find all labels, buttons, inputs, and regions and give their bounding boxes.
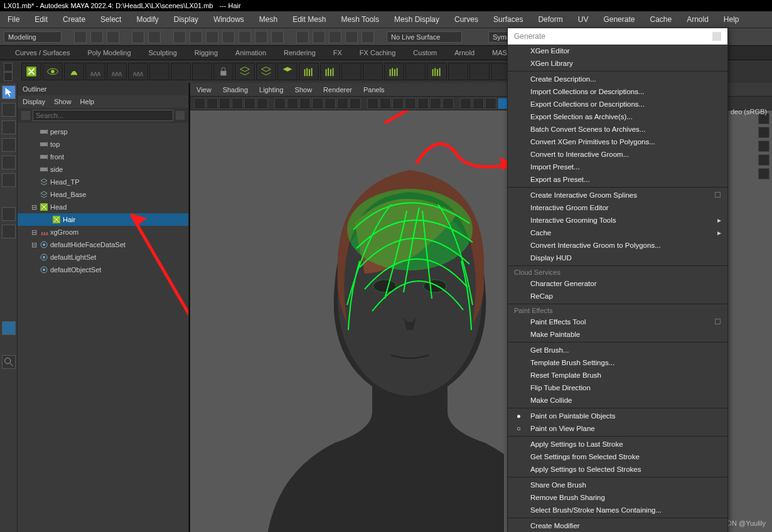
xgen-noise-icon[interactable] <box>448 63 468 80</box>
menu-item-paint-on-view-plane[interactable]: ○Paint on View Plane <box>508 422 727 435</box>
menu-curves[interactable]: Curves <box>454 15 478 24</box>
xgen-groom2-icon[interactable] <box>107 63 127 80</box>
res-gate-icon[interactable] <box>299 98 311 109</box>
menu-create[interactable]: Create <box>63 15 85 24</box>
menu-arnold[interactable]: Arnold <box>687 15 709 24</box>
shelf-tab-curves-surfaces[interactable]: Curves / Surfaces <box>11 46 73 59</box>
ao-icon[interactable] <box>473 98 484 109</box>
outliner-item-hair[interactable]: Hair <box>18 213 188 226</box>
menu-item-cache[interactable]: Cache <box>508 226 727 239</box>
menu-edit[interactable]: Edit <box>35 15 48 24</box>
cam-lock-icon[interactable] <box>206 98 218 109</box>
viewport-menu-renderer[interactable]: Renderer <box>323 86 352 93</box>
grid-icon[interactable] <box>274 98 286 109</box>
menu-item-xgen-library[interactable]: XGen Library <box>508 57 727 70</box>
snap-curve-icon[interactable] <box>206 31 218 43</box>
outliner-menu-display[interactable]: Display <box>23 98 45 105</box>
snap-grid-icon[interactable] <box>190 31 202 43</box>
snap-point-icon[interactable] <box>222 31 235 43</box>
xgen-eye-icon[interactable] <box>43 63 63 80</box>
xgen-brush2-icon[interactable] <box>320 63 340 80</box>
filter-icon[interactable] <box>21 111 30 120</box>
shelf-config-icon[interactable] <box>4 63 13 72</box>
menu-item-convert-to-interactive-groom[interactable]: Convert to Interactive Groom... <box>508 148 727 161</box>
menu-item-create-description[interactable]: Create Description... <box>508 73 727 85</box>
menu-uv[interactable]: UV <box>578 15 589 24</box>
search-tool-icon[interactable] <box>2 355 16 369</box>
outliner-item-xggroom[interactable]: ⊟xgGroom <box>18 226 188 238</box>
shelf-tab-sculpting[interactable]: Sculpting <box>145 46 181 59</box>
move-tool-icon[interactable] <box>2 138 16 152</box>
viewport-menu-lighting[interactable]: Lighting <box>259 86 284 93</box>
outliner-item-defaultobjectset[interactable]: defaultObjectSet <box>18 263 188 276</box>
xgen-layers2-icon[interactable] <box>256 63 276 80</box>
menu-item-export-selection-as-archive-s[interactable]: Export Selection as Archive(s)... <box>508 110 727 123</box>
chbox-layer-icon[interactable] <box>758 154 769 166</box>
image-plane-icon[interactable] <box>232 98 243 109</box>
ipr-icon[interactable] <box>362 31 374 43</box>
xgen-tool3-icon[interactable] <box>192 63 212 80</box>
shelf-tab-poly-modeling[interactable]: Poly Modeling <box>83 46 134 59</box>
menu-item-character-generator[interactable]: Character Generator <box>508 277 727 290</box>
menu-item-export-as-preset[interactable]: Export as Preset... <box>508 173 727 186</box>
menu-item-template-brush-settings[interactable]: Template Brush Settings... <box>508 356 727 369</box>
menu-item-export-collections-or-descriptions[interactable]: Export Collections or Descriptions... <box>508 98 727 110</box>
shelf-tab-fx-caching[interactable]: FX Caching <box>356 46 399 59</box>
menu-item-interactive-groom-editor[interactable]: Interactive Groom Editor <box>508 201 727 214</box>
select-tool-icon[interactable] <box>173 31 186 43</box>
file-open-icon[interactable] <box>90 31 103 43</box>
viewport-menu-shading[interactable]: Shading <box>223 86 248 93</box>
single-view-icon[interactable] <box>2 207 16 221</box>
menu-mesh-tools[interactable]: Mesh Tools <box>341 15 379 24</box>
menu-item-apply-settings-to-selected-strokes[interactable]: Apply Settings to Selected Strokes <box>508 463 727 476</box>
xgen-comb-icon[interactable] <box>427 63 447 80</box>
cam-select-icon[interactable] <box>194 98 205 109</box>
chbox-tool-icon[interactable] <box>758 141 769 152</box>
menu-search-field[interactable]: Generate <box>508 28 727 45</box>
xgen-brush1-icon[interactable] <box>299 63 319 80</box>
construction-icon[interactable] <box>313 31 325 43</box>
xgen-tool1-icon[interactable] <box>149 63 169 80</box>
menu-help[interactable]: Help <box>724 15 739 24</box>
menu-search-clear-icon[interactable] <box>712 32 721 41</box>
outliner-item-front[interactable]: front <box>18 151 188 163</box>
xgen-part-icon[interactable] <box>469 63 490 80</box>
rotate-tool-icon[interactable] <box>2 156 16 169</box>
viewport-menu-show[interactable]: Show <box>295 86 313 93</box>
xgen-new-icon[interactable] <box>21 63 41 80</box>
menu-generate[interactable]: Generate <box>603 15 635 24</box>
four-view-icon[interactable] <box>2 225 16 238</box>
light-icon[interactable] <box>460 98 471 109</box>
outliner-item-head_tp[interactable]: Head_TP <box>18 176 188 188</box>
shelf-tab-arnold[interactable]: Arnold <box>451 46 478 59</box>
menu-file[interactable]: File <box>8 15 19 24</box>
outliner-toggle-icon[interactable] <box>2 321 16 335</box>
film-gate-icon[interactable] <box>287 98 298 109</box>
live-surface-dropdown[interactable]: No Live Surface <box>387 31 462 43</box>
shadows-icon[interactable] <box>417 98 429 109</box>
xgen-lock-icon[interactable] <box>213 63 233 80</box>
menu-item-reset-template-brush[interactable]: Reset Template Brush <box>508 369 727 381</box>
xgen-clump-icon[interactable] <box>384 63 404 80</box>
file-save-icon[interactable] <box>107 31 119 43</box>
safe-title-icon[interactable] <box>350 98 361 109</box>
menu-item-convert-xgen-primitives-to-polygons[interactable]: Convert XGen Primitives to Polygons... <box>508 136 727 148</box>
menu-item-get-brush[interactable]: Get Brush... <box>508 344 727 356</box>
outliner-item-head[interactable]: ⊟Head <box>18 201 188 213</box>
chbox-channel-icon[interactable] <box>758 168 769 179</box>
chbox-attr-icon[interactable] <box>758 127 769 138</box>
outliner-item-top[interactable]: top <box>18 138 188 151</box>
outliner-item-defaultlightset[interactable]: defaultLightSet <box>18 251 188 263</box>
menu-item-make-paintable[interactable]: Make Paintable <box>508 328 727 341</box>
xgen-tool2-icon[interactable] <box>171 63 191 80</box>
menu-item-create-modifier[interactable]: Create Modifier <box>508 519 727 532</box>
menu-cache[interactable]: Cache <box>650 15 672 24</box>
menu-item-paint-on-paintable-objects[interactable]: ●Paint on Paintable Objects <box>508 410 727 422</box>
menu-windows[interactable]: Windows <box>213 15 244 24</box>
xgen-cut-icon[interactable] <box>405 63 426 80</box>
viewport-menu-panels[interactable]: Panels <box>363 86 385 93</box>
lasso-tool-icon[interactable] <box>2 103 16 117</box>
wireframe-icon[interactable] <box>367 98 378 109</box>
menu-item-apply-settings-to-last-stroke[interactable]: Apply Settings to Last Stroke <box>508 438 727 450</box>
menu-modify[interactable]: Modify <box>136 15 158 24</box>
